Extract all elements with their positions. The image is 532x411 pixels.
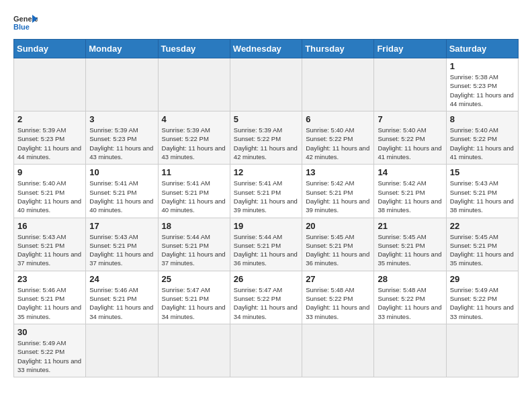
calendar-cell: 10Sunrise: 5:41 AM Sunset: 5:21 PM Dayli… [86, 165, 158, 218]
day-info: Sunrise: 5:39 AM Sunset: 5:23 PM Dayligh… [17, 126, 82, 161]
calendar-cell: 28Sunrise: 5:48 AM Sunset: 5:22 PM Dayli… [374, 271, 446, 324]
day-number: 21 [378, 221, 442, 231]
calendar-week-row: 9Sunrise: 5:40 AM Sunset: 5:21 PM Daylig… [14, 165, 519, 218]
day-number: 29 [450, 274, 515, 284]
calendar-cell: 21Sunrise: 5:45 AM Sunset: 5:21 PM Dayli… [374, 218, 446, 271]
day-info: Sunrise: 5:40 AM Sunset: 5:22 PM Dayligh… [306, 126, 370, 161]
calendar-cell: 13Sunrise: 5:42 AM Sunset: 5:21 PM Dayli… [302, 165, 374, 218]
calendar-cell: 4Sunrise: 5:39 AM Sunset: 5:22 PM Daylig… [158, 111, 230, 165]
day-info: Sunrise: 5:41 AM Sunset: 5:21 PM Dayligh… [89, 179, 154, 214]
calendar-cell [158, 58, 230, 111]
day-info: Sunrise: 5:44 AM Sunset: 5:21 PM Dayligh… [162, 232, 226, 268]
day-number: 28 [378, 274, 442, 284]
calendar-cell: 3Sunrise: 5:39 AM Sunset: 5:23 PM Daylig… [86, 111, 158, 165]
day-number: 24 [89, 274, 154, 284]
day-info: Sunrise: 5:45 AM Sunset: 5:21 PM Dayligh… [306, 232, 370, 268]
calendar-cell: 9Sunrise: 5:40 AM Sunset: 5:21 PM Daylig… [14, 165, 86, 218]
weekday-header-monday: Monday [86, 40, 158, 58]
day-number: 16 [17, 221, 82, 231]
calendar-cell: 24Sunrise: 5:46 AM Sunset: 5:21 PM Dayli… [86, 271, 158, 324]
day-number: 3 [89, 114, 154, 124]
calendar-cell [158, 324, 230, 377]
calendar-cell: 14Sunrise: 5:42 AM Sunset: 5:21 PM Dayli… [374, 165, 446, 218]
calendar-cell [302, 58, 374, 111]
day-number: 12 [234, 167, 298, 177]
day-number: 10 [89, 167, 154, 177]
calendar-cell: 8Sunrise: 5:40 AM Sunset: 5:22 PM Daylig… [446, 111, 518, 165]
calendar-cell: 17Sunrise: 5:43 AM Sunset: 5:21 PM Dayli… [86, 218, 158, 271]
calendar-cell: 15Sunrise: 5:43 AM Sunset: 5:21 PM Dayli… [446, 165, 518, 218]
day-number: 20 [306, 221, 370, 231]
day-number: 7 [378, 114, 442, 124]
day-info: Sunrise: 5:41 AM Sunset: 5:21 PM Dayligh… [234, 179, 298, 214]
day-info: Sunrise: 5:38 AM Sunset: 5:23 PM Dayligh… [450, 73, 515, 108]
day-number: 4 [162, 114, 226, 124]
weekday-header-sunday: Sunday [14, 40, 86, 58]
svg-text:Blue: Blue [13, 23, 30, 31]
calendar-cell: 6Sunrise: 5:40 AM Sunset: 5:22 PM Daylig… [302, 111, 374, 165]
day-info: Sunrise: 5:47 AM Sunset: 5:21 PM Dayligh… [162, 285, 226, 321]
day-info: Sunrise: 5:45 AM Sunset: 5:21 PM Dayligh… [450, 232, 515, 268]
calendar-cell: 2Sunrise: 5:39 AM Sunset: 5:23 PM Daylig… [14, 111, 86, 165]
logo: General Blue [13, 13, 38, 32]
day-number: 14 [378, 167, 442, 177]
calendar-cell: 20Sunrise: 5:45 AM Sunset: 5:21 PM Dayli… [302, 218, 374, 271]
weekday-header-tuesday: Tuesday [158, 40, 230, 58]
day-number: 18 [162, 221, 226, 231]
day-number: 9 [17, 167, 82, 177]
calendar-cell [302, 324, 374, 377]
calendar-cell: 19Sunrise: 5:44 AM Sunset: 5:21 PM Dayli… [230, 218, 302, 271]
day-info: Sunrise: 5:44 AM Sunset: 5:21 PM Dayligh… [234, 232, 298, 268]
calendar-week-row: 16Sunrise: 5:43 AM Sunset: 5:21 PM Dayli… [14, 218, 519, 271]
weekday-header-friday: Friday [374, 40, 446, 58]
day-number: 23 [17, 274, 82, 284]
calendar-cell [374, 324, 446, 377]
calendar-cell: 26Sunrise: 5:47 AM Sunset: 5:22 PM Dayli… [230, 271, 302, 324]
day-info: Sunrise: 5:46 AM Sunset: 5:21 PM Dayligh… [89, 285, 154, 321]
day-number: 19 [234, 221, 298, 231]
day-info: Sunrise: 5:43 AM Sunset: 5:21 PM Dayligh… [450, 179, 515, 214]
calendar-table: SundayMondayTuesdayWednesdayThursdayFrid… [13, 39, 519, 377]
calendar-cell: 23Sunrise: 5:46 AM Sunset: 5:21 PM Dayli… [14, 271, 86, 324]
day-info: Sunrise: 5:40 AM Sunset: 5:22 PM Dayligh… [378, 126, 442, 161]
day-number: 25 [162, 274, 226, 284]
day-info: Sunrise: 5:40 AM Sunset: 5:22 PM Dayligh… [450, 126, 515, 161]
calendar-cell [14, 58, 86, 111]
day-number: 27 [306, 274, 370, 284]
day-info: Sunrise: 5:43 AM Sunset: 5:21 PM Dayligh… [17, 232, 82, 268]
day-info: Sunrise: 5:49 AM Sunset: 5:22 PM Dayligh… [17, 338, 82, 374]
day-info: Sunrise: 5:48 AM Sunset: 5:22 PM Dayligh… [378, 285, 442, 321]
day-info: Sunrise: 5:40 AM Sunset: 5:21 PM Dayligh… [17, 179, 82, 214]
calendar-cell: 7Sunrise: 5:40 AM Sunset: 5:22 PM Daylig… [374, 111, 446, 165]
day-number: 5 [234, 114, 298, 124]
calendar-cell: 25Sunrise: 5:47 AM Sunset: 5:21 PM Dayli… [158, 271, 230, 324]
day-info: Sunrise: 5:45 AM Sunset: 5:21 PM Dayligh… [378, 232, 442, 268]
logo-icon: General Blue [13, 13, 38, 32]
calendar-week-row: 30Sunrise: 5:49 AM Sunset: 5:22 PM Dayli… [14, 324, 519, 377]
weekday-header-wednesday: Wednesday [230, 40, 302, 58]
day-number: 22 [450, 221, 515, 231]
day-info: Sunrise: 5:46 AM Sunset: 5:21 PM Dayligh… [17, 285, 82, 321]
day-number: 13 [306, 167, 370, 177]
day-number: 8 [450, 114, 515, 124]
day-info: Sunrise: 5:41 AM Sunset: 5:21 PM Dayligh… [162, 179, 226, 214]
calendar-cell: 11Sunrise: 5:41 AM Sunset: 5:21 PM Dayli… [158, 165, 230, 218]
calendar-cell: 30Sunrise: 5:49 AM Sunset: 5:22 PM Dayli… [14, 324, 86, 377]
day-number: 6 [306, 114, 370, 124]
day-info: Sunrise: 5:39 AM Sunset: 5:22 PM Dayligh… [162, 126, 226, 161]
day-number: 15 [450, 167, 515, 177]
calendar-week-row: 2Sunrise: 5:39 AM Sunset: 5:23 PM Daylig… [14, 111, 519, 165]
calendar-cell: 5Sunrise: 5:39 AM Sunset: 5:22 PM Daylig… [230, 111, 302, 165]
day-info: Sunrise: 5:42 AM Sunset: 5:21 PM Dayligh… [378, 179, 442, 214]
day-info: Sunrise: 5:42 AM Sunset: 5:21 PM Dayligh… [306, 179, 370, 214]
calendar-cell [86, 58, 158, 111]
day-info: Sunrise: 5:43 AM Sunset: 5:21 PM Dayligh… [89, 232, 154, 268]
day-info: Sunrise: 5:39 AM Sunset: 5:22 PM Dayligh… [234, 126, 298, 161]
calendar-week-row: 1Sunrise: 5:38 AM Sunset: 5:23 PM Daylig… [14, 58, 519, 111]
day-number: 1 [450, 61, 515, 71]
calendar-cell: 27Sunrise: 5:48 AM Sunset: 5:22 PM Dayli… [302, 271, 374, 324]
calendar-cell: 29Sunrise: 5:49 AM Sunset: 5:22 PM Dayli… [446, 271, 518, 324]
calendar-cell: 22Sunrise: 5:45 AM Sunset: 5:21 PM Dayli… [446, 218, 518, 271]
calendar-cell [86, 324, 158, 377]
day-number: 2 [17, 114, 82, 124]
